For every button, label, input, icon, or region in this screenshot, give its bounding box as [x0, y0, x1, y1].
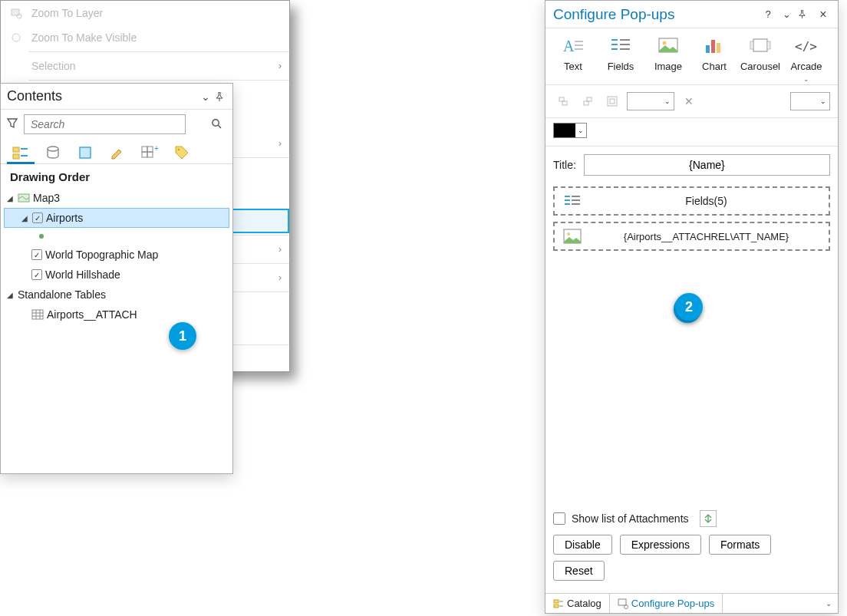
layer-hillshade[interactable]: ✓ World Hillshade — [4, 265, 229, 285]
disable-button[interactable]: Disable — [553, 535, 612, 555]
tab-snapping[interactable]: + — [139, 142, 160, 163]
text-icon: A — [560, 35, 586, 58]
svg-rect-73 — [554, 604, 559, 608]
tab-drawing-order[interactable] — [10, 142, 31, 163]
menu-zoom-to-layer[interactable]: Zoom To Layer — [1, 1, 289, 25]
reset-button[interactable]: Reset — [553, 561, 605, 581]
svg-rect-50 — [706, 45, 710, 53]
help-icon[interactable]: ? — [761, 8, 775, 20]
move-down-button[interactable] — [578, 91, 598, 111]
tab-selection[interactable] — [74, 142, 96, 163]
element-combo[interactable]: ⌄ — [627, 92, 674, 110]
show-attachments-checkbox[interactable] — [553, 512, 565, 525]
tab-configure-popups[interactable]: Configure Pop-ups — [609, 594, 723, 613]
tab-data-source[interactable] — [42, 142, 64, 163]
catalog-icon — [553, 598, 564, 609]
svg-point-6 — [48, 147, 58, 151]
close-icon[interactable]: × — [816, 8, 830, 21]
search-input[interactable] — [24, 114, 186, 134]
svg-rect-52 — [717, 43, 720, 53]
tab-labeling[interactable] — [171, 142, 193, 163]
formats-button[interactable]: Formats — [709, 535, 771, 555]
tab-editing[interactable] — [107, 142, 128, 163]
zoom-layer-icon — [8, 5, 24, 21]
svg-rect-53 — [753, 39, 767, 51]
color-toolbar: ⌄ — [545, 118, 838, 147]
remove-button[interactable]: ✕ — [679, 91, 699, 111]
checkbox-airports[interactable]: ✓ — [32, 212, 43, 223]
pin-icon[interactable] — [798, 10, 812, 18]
svg-text:+: + — [154, 145, 158, 153]
menu-zoom-make-visible[interactable]: Zoom To Make Visible — [1, 25, 289, 50]
add-text-button[interactable]: A Text — [550, 35, 596, 83]
table-airports-attach[interactable]: Airports__ATTACH — [4, 305, 229, 324]
filter-icon[interactable] — [7, 118, 19, 130]
svg-line-1 — [218, 125, 221, 128]
popup-title-label: Title: — [553, 159, 576, 171]
zoom-visible-icon — [8, 30, 24, 45]
pane-tabstrip: Catalog Configure Pop-ups ⌄ — [545, 593, 838, 613]
svg-rect-61 — [608, 97, 617, 106]
chevron-down-icon[interactable]: ⌄ — [199, 90, 213, 104]
add-carousel-button[interactable]: Carousel — [737, 35, 783, 83]
move-up-button[interactable] — [553, 91, 573, 111]
svg-rect-10 — [142, 152, 147, 157]
attachments-options-button[interactable] — [700, 510, 717, 527]
menu-selection[interactable]: Selection › — [1, 54, 289, 78]
chevron-right-icon: › — [278, 61, 282, 71]
svg-point-22 — [12, 34, 20, 41]
add-arcade-button[interactable]: </> Arcade ⌄ — [785, 35, 828, 83]
element-image[interactable]: {Airports__ATTACHREL\ATT_NAME} — [553, 222, 830, 251]
svg-rect-2 — [13, 147, 19, 152]
svg-rect-51 — [711, 40, 715, 53]
configure-titlebar: Configure Pop-ups ? ⌄ × — [545, 1, 838, 28]
popup-title-row: Title: — [545, 147, 838, 183]
svg-rect-55 — [767, 41, 770, 49]
svg-point-70 — [567, 232, 570, 236]
fields-icon — [608, 35, 634, 58]
configure-footer: Show list of Attachments Disable Express… — [545, 504, 838, 593]
color-picker[interactable]: ⌄ — [553, 123, 587, 138]
expressions-button[interactable]: Expressions — [620, 535, 701, 555]
arcade-icon: </> — [793, 35, 819, 58]
popup-elements-list: Fields(5) {Airports__ATTACHREL\ATT_NAME} — [545, 183, 838, 260]
group-button[interactable] — [602, 91, 622, 111]
svg-rect-7 — [80, 147, 91, 158]
contents-title: Contents — [7, 88, 199, 104]
chevron-down-icon[interactable]: ⌄ — [779, 8, 793, 20]
zoom-combo[interactable]: ⌄ — [790, 92, 830, 110]
configure-title: Configure Pop-ups — [553, 6, 674, 23]
svg-rect-11 — [147, 152, 153, 157]
contents-titlebar: Contents ⌄ — [1, 84, 232, 110]
add-image-button[interactable]: Image — [645, 35, 691, 83]
tab-catalog[interactable]: Catalog — [545, 594, 609, 613]
layer-airports[interactable]: ◢ ✓ Airports — [4, 208, 229, 228]
svg-rect-62 — [610, 99, 615, 104]
svg-rect-60 — [584, 101, 588, 105]
checkbox-hillshade[interactable]: ✓ — [31, 269, 42, 280]
svg-rect-58 — [562, 101, 567, 105]
add-fields-button[interactable]: Fields — [598, 35, 644, 83]
image-icon — [655, 35, 681, 58]
chevron-right-icon: › — [278, 272, 282, 283]
svg-rect-4 — [13, 154, 19, 159]
element-fields[interactable]: Fields(5) — [553, 186, 830, 216]
layer-world-topo[interactable]: ✓ World Topographic Map — [4, 245, 229, 265]
map-node[interactable]: ◢ Map3 — [4, 188, 229, 208]
add-chart-button[interactable]: Chart — [693, 35, 736, 83]
contents-panel: Contents ⌄ + — [0, 83, 233, 474]
standalone-tables-node[interactable]: ◢ Standalone Tables — [4, 285, 229, 305]
svg-point-13 — [178, 149, 180, 151]
layer-tree: ◢ Map3 ◢ ✓ Airports ✓ World Topographic … — [1, 186, 232, 331]
search-icon[interactable] — [211, 118, 222, 129]
reorder-toolbar: ⌄ ✕ ⌄ — [545, 85, 838, 118]
pin-icon[interactable] — [213, 90, 226, 104]
tabstrip-chevron-icon[interactable]: ⌄ — [826, 599, 838, 608]
table-icon — [31, 309, 44, 320]
popup-title-input[interactable] — [584, 154, 830, 176]
svg-rect-57 — [559, 97, 564, 101]
search-row — [1, 110, 232, 139]
callout-badge-2: 2 — [675, 293, 703, 321]
checkbox-wtm[interactable]: ✓ — [31, 249, 42, 260]
svg-rect-15 — [32, 310, 43, 319]
